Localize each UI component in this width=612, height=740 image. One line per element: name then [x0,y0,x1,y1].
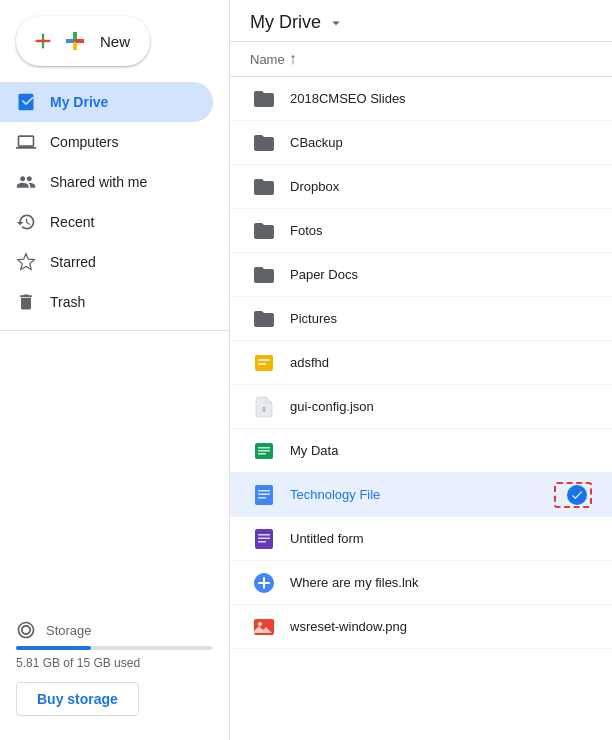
plus-icon-container [64,30,86,52]
svg-rect-9 [258,359,270,361]
sidebar-item-my-drive-label: My Drive [50,94,197,110]
file-icon [250,217,278,245]
file-name: Untitled form [290,531,592,546]
sidebar-item-computers[interactable]: Computers [0,122,213,162]
svg-rect-7 [76,39,84,43]
table-row-selected[interactable]: Technology File [230,473,612,517]
shared-icon [16,172,36,192]
table-row[interactable]: Where are my files.lnk [230,561,612,605]
table-row[interactable]: My Data [230,429,612,473]
main-header: My Drive [230,0,612,42]
svg-rect-22 [258,537,270,539]
file-name: Pictures [290,311,592,326]
svg-rect-18 [258,493,270,495]
table-row[interactable]: {} gui-config.json [230,385,612,429]
table-row[interactable]: wsreset-window.png [230,605,612,649]
sidebar-item-shared-label: Shared with me [50,174,197,190]
new-button-label: New [100,33,130,50]
svg-rect-10 [258,363,266,365]
file-icon: {} [250,393,278,421]
table-row[interactable]: 2018CMSEO Slides [230,77,612,121]
sidebar-item-shared[interactable]: Shared with me [0,162,213,202]
sidebar-item-computers-label: Computers [50,134,197,150]
file-name: wsreset-window.png [290,619,592,634]
trash-icon [16,292,36,312]
svg-rect-17 [258,490,270,492]
sidebar-item-trash[interactable]: Trash [0,282,213,322]
svg-rect-23 [258,541,266,543]
file-icon [250,349,278,377]
file-name: Fotos [290,223,592,238]
table-row[interactable]: adsfhd [230,341,612,385]
name-column-header[interactable]: Name ↑ [250,50,297,68]
svg-rect-13 [258,447,270,449]
file-name: gui-config.json [290,399,592,414]
table-row[interactable]: Paper Docs [230,253,612,297]
table-row[interactable]: Fotos [230,209,612,253]
file-name: Dropbox [290,179,592,194]
check-badge [567,485,587,505]
sidebar-item-my-drive[interactable]: My Drive [0,82,213,122]
file-icon [250,525,278,553]
dashed-selection-box [554,482,592,508]
file-name: Paper Docs [290,267,592,282]
file-name: Where are my files.lnk [290,575,592,590]
starred-icon [16,252,36,272]
colored-plus-icon [64,30,86,52]
file-name: Technology File [290,487,554,502]
storage-bar-fill [16,646,91,650]
storage-section: Storage 5.81 GB of 15 GB used Buy storag… [0,604,229,732]
file-icon [250,613,278,641]
file-icon [250,569,278,597]
my-drive-icon [16,92,36,112]
buy-storage-button[interactable]: Buy storage [16,682,139,716]
file-icon [250,305,278,333]
table-row[interactable]: Dropbox [230,165,612,209]
plus-icon [32,30,54,52]
svg-point-26 [258,622,262,626]
sort-icon: ↑ [289,50,297,68]
svg-rect-19 [258,497,266,499]
sidebar-item-starred-label: Starred [50,254,197,270]
file-list: 2018CMSEO Slides CBackup Dropbox [230,77,612,740]
file-name: adsfhd [290,355,592,370]
svg-rect-14 [258,450,270,452]
file-icon [250,173,278,201]
sidebar-item-trash-label: Trash [50,294,197,310]
main-content: My Drive Name ↑ 2018CMSEO Slides [230,0,612,740]
svg-rect-15 [258,453,266,455]
storage-bar [16,646,213,650]
svg-text:{}: {} [262,406,266,412]
file-name: My Data [290,443,592,458]
table-row[interactable]: CBackup [230,121,612,165]
page-title: My Drive [250,12,321,33]
sidebar-item-recent[interactable]: Recent [0,202,213,242]
file-icon [250,261,278,289]
computers-icon [16,132,36,152]
recent-icon [16,212,36,232]
storage-used-text: 5.81 GB of 15 GB used [16,656,213,670]
file-icon [250,85,278,113]
file-list-header: Name ↑ [230,42,612,77]
file-icon [250,437,278,465]
file-icon [250,481,278,509]
svg-rect-5 [73,42,77,50]
table-row[interactable]: Untitled form [230,517,612,561]
file-name: CBackup [290,135,592,150]
new-button[interactable]: New [16,16,150,66]
sidebar-item-recent-label: Recent [50,214,197,230]
svg-rect-4 [73,32,77,40]
sidebar: New My Drive Computers Shared with me [0,0,230,740]
svg-rect-6 [66,39,74,43]
name-column-label: Name [250,52,285,67]
storage-icon [16,620,36,640]
file-name: 2018CMSEO Slides [290,91,592,106]
storage-label-text: Storage [46,623,92,638]
sidebar-item-starred[interactable]: Starred [0,242,213,282]
title-dropdown-icon[interactable] [327,14,345,32]
table-row[interactable]: Pictures [230,297,612,341]
svg-rect-21 [258,534,270,536]
file-icon [250,129,278,157]
